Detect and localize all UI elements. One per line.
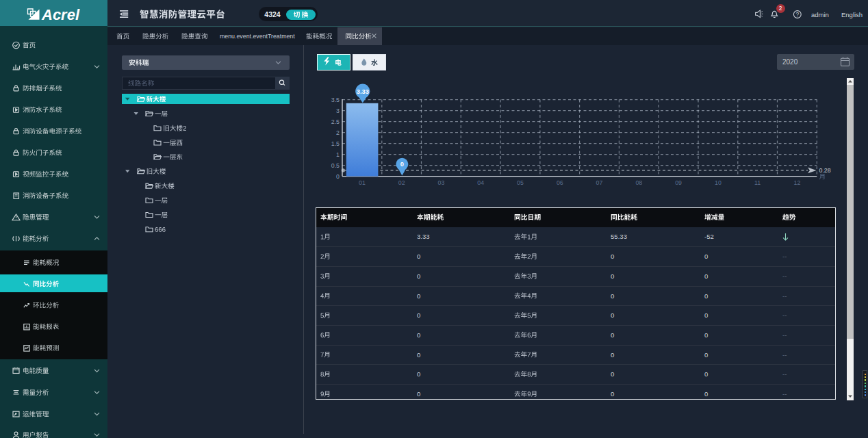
svg-text:3.33: 3.33 (417, 233, 430, 240)
svg-text:0: 0 (704, 292, 708, 300)
svg-text:10: 10 (715, 179, 722, 186)
svg-text:3: 3 (336, 107, 340, 114)
svg-text:0.5: 0.5 (331, 162, 340, 169)
svg-text:0: 0 (611, 351, 614, 359)
svg-text:0: 0 (704, 331, 708, 339)
svg-text:0: 0 (417, 292, 420, 300)
svg-text:0: 0 (417, 390, 420, 398)
svg-text:--: -- (782, 370, 787, 378)
svg-text:0: 0 (611, 311, 614, 319)
svg-text:12: 12 (794, 179, 801, 186)
svg-text:0: 0 (611, 331, 614, 339)
svg-text:--: -- (782, 311, 787, 319)
svg-text:06: 06 (557, 179, 563, 186)
svg-text:0: 0 (704, 272, 708, 280)
svg-text:0: 0 (704, 390, 708, 398)
svg-text:0: 0 (417, 311, 420, 319)
svg-text:0: 0 (704, 351, 708, 359)
svg-text:0: 0 (611, 390, 614, 398)
svg-text:--: -- (782, 331, 787, 339)
svg-text:0: 0 (417, 331, 420, 339)
svg-text:?: ? (795, 11, 799, 18)
svg-text:05: 05 (517, 179, 524, 186)
svg-text:0: 0 (417, 253, 420, 260)
svg-text:0: 0 (400, 161, 404, 168)
svg-text:1.5: 1.5 (331, 140, 340, 147)
svg-text:2.5: 2.5 (331, 118, 340, 125)
svg-text:menu.event.eventTreatment: menu.event.eventTreatment (220, 33, 295, 40)
svg-text:0: 0 (704, 253, 708, 260)
svg-text:3.33: 3.33 (357, 88, 369, 95)
svg-text:--: -- (782, 253, 787, 260)
svg-text:0: 0 (336, 173, 340, 180)
svg-text:0: 0 (704, 311, 708, 319)
svg-text:03: 03 (438, 179, 445, 186)
svg-text:--: -- (782, 292, 787, 300)
svg-text:0: 0 (611, 370, 614, 378)
svg-text:08: 08 (635, 179, 642, 186)
svg-text:0: 0 (611, 292, 614, 300)
svg-text:-52: -52 (704, 233, 714, 240)
svg-text:0: 0 (704, 370, 708, 378)
svg-text:0: 0 (417, 370, 420, 378)
svg-text:--: -- (782, 390, 787, 398)
svg-text:02: 02 (398, 179, 405, 186)
svg-text:55.33: 55.33 (611, 233, 627, 240)
svg-text:--: -- (782, 351, 787, 359)
svg-text:0.28: 0.28 (819, 167, 831, 174)
svg-text:2: 2 (336, 129, 340, 136)
svg-text:01: 01 (359, 179, 366, 186)
svg-text:11: 11 (754, 179, 761, 186)
svg-text:0: 0 (417, 272, 420, 280)
svg-text:09: 09 (675, 179, 682, 186)
svg-text:0: 0 (611, 253, 614, 260)
svg-text:Acrel: Acrel (41, 6, 80, 23)
svg-text:04: 04 (477, 179, 484, 186)
svg-text:3.5: 3.5 (331, 96, 340, 103)
svg-text:1: 1 (336, 151, 340, 158)
svg-text:--: -- (782, 272, 787, 280)
svg-text:07: 07 (596, 179, 603, 186)
svg-text:0: 0 (611, 272, 614, 280)
svg-text:0: 0 (417, 351, 420, 359)
